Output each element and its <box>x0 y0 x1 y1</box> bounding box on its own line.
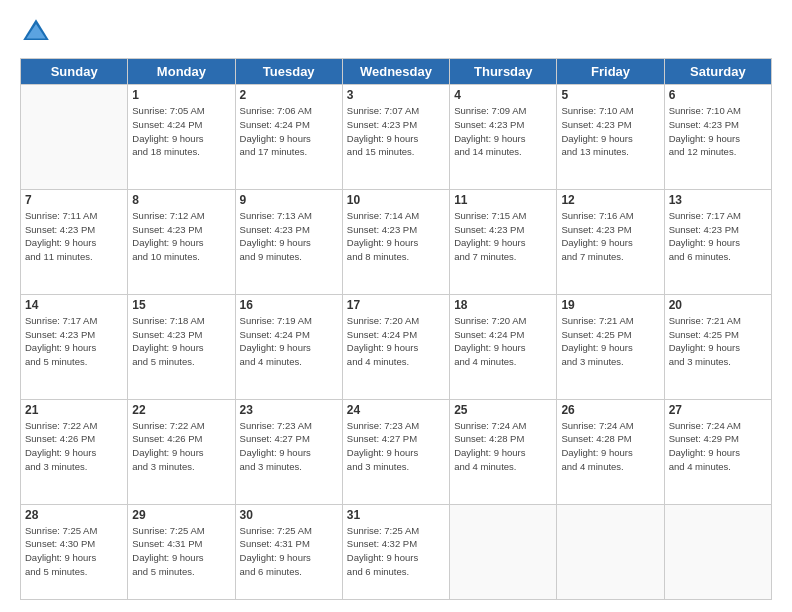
day-info: Sunrise: 7:25 AMSunset: 4:32 PMDaylight:… <box>347 524 445 579</box>
day-number: 16 <box>240 298 338 312</box>
week-row-5: 28Sunrise: 7:25 AMSunset: 4:30 PMDayligh… <box>21 504 772 599</box>
calendar-cell <box>21 85 128 190</box>
day-info: Sunrise: 7:21 AMSunset: 4:25 PMDaylight:… <box>561 314 659 369</box>
calendar-cell: 24Sunrise: 7:23 AMSunset: 4:27 PMDayligh… <box>342 399 449 504</box>
day-info: Sunrise: 7:05 AMSunset: 4:24 PMDaylight:… <box>132 104 230 159</box>
day-number: 29 <box>132 508 230 522</box>
day-info: Sunrise: 7:22 AMSunset: 4:26 PMDaylight:… <box>25 419 123 474</box>
day-number: 3 <box>347 88 445 102</box>
day-info: Sunrise: 7:10 AMSunset: 4:23 PMDaylight:… <box>561 104 659 159</box>
day-number: 27 <box>669 403 767 417</box>
day-info: Sunrise: 7:16 AMSunset: 4:23 PMDaylight:… <box>561 209 659 264</box>
day-number: 5 <box>561 88 659 102</box>
calendar-cell: 30Sunrise: 7:25 AMSunset: 4:31 PMDayligh… <box>235 504 342 599</box>
day-number: 19 <box>561 298 659 312</box>
calendar-cell <box>450 504 557 599</box>
day-number: 9 <box>240 193 338 207</box>
weekday-header-saturday: Saturday <box>664 59 771 85</box>
day-info: Sunrise: 7:20 AMSunset: 4:24 PMDaylight:… <box>454 314 552 369</box>
day-info: Sunrise: 7:09 AMSunset: 4:23 PMDaylight:… <box>454 104 552 159</box>
weekday-header-thursday: Thursday <box>450 59 557 85</box>
calendar-cell: 28Sunrise: 7:25 AMSunset: 4:30 PMDayligh… <box>21 504 128 599</box>
day-info: Sunrise: 7:20 AMSunset: 4:24 PMDaylight:… <box>347 314 445 369</box>
day-number: 10 <box>347 193 445 207</box>
day-number: 12 <box>561 193 659 207</box>
weekday-header-wednesday: Wednesday <box>342 59 449 85</box>
week-row-4: 21Sunrise: 7:22 AMSunset: 4:26 PMDayligh… <box>21 399 772 504</box>
day-number: 8 <box>132 193 230 207</box>
calendar-cell: 7Sunrise: 7:11 AMSunset: 4:23 PMDaylight… <box>21 189 128 294</box>
day-number: 2 <box>240 88 338 102</box>
calendar-cell: 8Sunrise: 7:12 AMSunset: 4:23 PMDaylight… <box>128 189 235 294</box>
day-number: 23 <box>240 403 338 417</box>
day-info: Sunrise: 7:13 AMSunset: 4:23 PMDaylight:… <box>240 209 338 264</box>
calendar-cell: 15Sunrise: 7:18 AMSunset: 4:23 PMDayligh… <box>128 294 235 399</box>
day-number: 21 <box>25 403 123 417</box>
calendar-cell: 3Sunrise: 7:07 AMSunset: 4:23 PMDaylight… <box>342 85 449 190</box>
calendar-cell: 25Sunrise: 7:24 AMSunset: 4:28 PMDayligh… <box>450 399 557 504</box>
calendar-cell: 10Sunrise: 7:14 AMSunset: 4:23 PMDayligh… <box>342 189 449 294</box>
day-info: Sunrise: 7:10 AMSunset: 4:23 PMDaylight:… <box>669 104 767 159</box>
day-number: 14 <box>25 298 123 312</box>
day-number: 15 <box>132 298 230 312</box>
day-number: 18 <box>454 298 552 312</box>
week-row-2: 7Sunrise: 7:11 AMSunset: 4:23 PMDaylight… <box>21 189 772 294</box>
day-number: 25 <box>454 403 552 417</box>
day-info: Sunrise: 7:25 AMSunset: 4:30 PMDaylight:… <box>25 524 123 579</box>
weekday-header-sunday: Sunday <box>21 59 128 85</box>
day-number: 22 <box>132 403 230 417</box>
day-number: 1 <box>132 88 230 102</box>
calendar-cell: 29Sunrise: 7:25 AMSunset: 4:31 PMDayligh… <box>128 504 235 599</box>
calendar-cell: 12Sunrise: 7:16 AMSunset: 4:23 PMDayligh… <box>557 189 664 294</box>
calendar-cell: 2Sunrise: 7:06 AMSunset: 4:24 PMDaylight… <box>235 85 342 190</box>
calendar-cell: 19Sunrise: 7:21 AMSunset: 4:25 PMDayligh… <box>557 294 664 399</box>
day-number: 6 <box>669 88 767 102</box>
calendar-cell <box>557 504 664 599</box>
calendar-cell: 20Sunrise: 7:21 AMSunset: 4:25 PMDayligh… <box>664 294 771 399</box>
day-info: Sunrise: 7:23 AMSunset: 4:27 PMDaylight:… <box>240 419 338 474</box>
week-row-3: 14Sunrise: 7:17 AMSunset: 4:23 PMDayligh… <box>21 294 772 399</box>
calendar-cell: 17Sunrise: 7:20 AMSunset: 4:24 PMDayligh… <box>342 294 449 399</box>
day-info: Sunrise: 7:21 AMSunset: 4:25 PMDaylight:… <box>669 314 767 369</box>
day-info: Sunrise: 7:25 AMSunset: 4:31 PMDaylight:… <box>240 524 338 579</box>
calendar-cell <box>664 504 771 599</box>
calendar-cell: 22Sunrise: 7:22 AMSunset: 4:26 PMDayligh… <box>128 399 235 504</box>
page: SundayMondayTuesdayWednesdayThursdayFrid… <box>0 0 792 612</box>
day-info: Sunrise: 7:18 AMSunset: 4:23 PMDaylight:… <box>132 314 230 369</box>
calendar-cell: 4Sunrise: 7:09 AMSunset: 4:23 PMDaylight… <box>450 85 557 190</box>
day-info: Sunrise: 7:19 AMSunset: 4:24 PMDaylight:… <box>240 314 338 369</box>
day-number: 24 <box>347 403 445 417</box>
weekday-header-tuesday: Tuesday <box>235 59 342 85</box>
day-info: Sunrise: 7:24 AMSunset: 4:28 PMDaylight:… <box>561 419 659 474</box>
header <box>20 16 772 48</box>
calendar-cell: 27Sunrise: 7:24 AMSunset: 4:29 PMDayligh… <box>664 399 771 504</box>
day-number: 7 <box>25 193 123 207</box>
day-number: 28 <box>25 508 123 522</box>
calendar-cell: 31Sunrise: 7:25 AMSunset: 4:32 PMDayligh… <box>342 504 449 599</box>
day-info: Sunrise: 7:22 AMSunset: 4:26 PMDaylight:… <box>132 419 230 474</box>
day-number: 13 <box>669 193 767 207</box>
weekday-header-friday: Friday <box>557 59 664 85</box>
day-number: 31 <box>347 508 445 522</box>
calendar-cell: 16Sunrise: 7:19 AMSunset: 4:24 PMDayligh… <box>235 294 342 399</box>
day-info: Sunrise: 7:17 AMSunset: 4:23 PMDaylight:… <box>669 209 767 264</box>
day-info: Sunrise: 7:24 AMSunset: 4:28 PMDaylight:… <box>454 419 552 474</box>
day-number: 11 <box>454 193 552 207</box>
day-info: Sunrise: 7:06 AMSunset: 4:24 PMDaylight:… <box>240 104 338 159</box>
day-number: 20 <box>669 298 767 312</box>
calendar-cell: 5Sunrise: 7:10 AMSunset: 4:23 PMDaylight… <box>557 85 664 190</box>
week-row-1: 1Sunrise: 7:05 AMSunset: 4:24 PMDaylight… <box>21 85 772 190</box>
day-number: 30 <box>240 508 338 522</box>
calendar: SundayMondayTuesdayWednesdayThursdayFrid… <box>20 58 772 600</box>
day-info: Sunrise: 7:11 AMSunset: 4:23 PMDaylight:… <box>25 209 123 264</box>
calendar-cell: 1Sunrise: 7:05 AMSunset: 4:24 PMDaylight… <box>128 85 235 190</box>
calendar-cell: 6Sunrise: 7:10 AMSunset: 4:23 PMDaylight… <box>664 85 771 190</box>
calendar-cell: 23Sunrise: 7:23 AMSunset: 4:27 PMDayligh… <box>235 399 342 504</box>
weekday-header-monday: Monday <box>128 59 235 85</box>
day-info: Sunrise: 7:25 AMSunset: 4:31 PMDaylight:… <box>132 524 230 579</box>
calendar-cell: 11Sunrise: 7:15 AMSunset: 4:23 PMDayligh… <box>450 189 557 294</box>
calendar-cell: 9Sunrise: 7:13 AMSunset: 4:23 PMDaylight… <box>235 189 342 294</box>
calendar-cell: 18Sunrise: 7:20 AMSunset: 4:24 PMDayligh… <box>450 294 557 399</box>
day-info: Sunrise: 7:07 AMSunset: 4:23 PMDaylight:… <box>347 104 445 159</box>
weekday-header-row: SundayMondayTuesdayWednesdayThursdayFrid… <box>21 59 772 85</box>
